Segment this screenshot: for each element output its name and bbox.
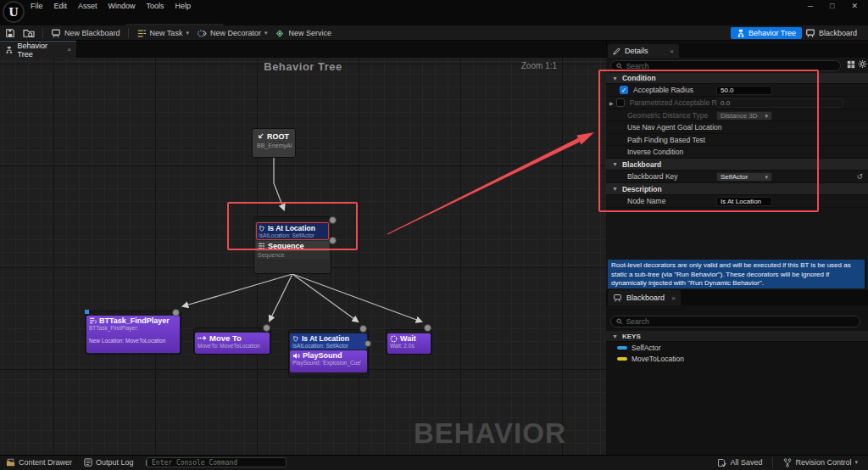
node-is-at-location-playsound[interactable]: Is At Location IsAtLocation: SelfActor P… xyxy=(288,329,369,378)
row-label: Geometric Distance Type xyxy=(627,111,708,120)
behavior-tree-tab-icon xyxy=(5,46,14,54)
playsound-title: PlaySound xyxy=(303,351,342,360)
close-button[interactable]: ✕ xyxy=(851,2,858,10)
blackboard-search[interactable] xyxy=(610,316,860,327)
key-label: MoveToLocation xyxy=(632,355,684,363)
blackboard-tab[interactable]: Blackboard × xyxy=(608,290,681,305)
close-tab-icon[interactable]: × xyxy=(67,46,71,53)
new-decorator-button[interactable]: New Decorator ▾ xyxy=(197,29,268,38)
toolbar-items: New Blackboard New Task ▾ New Decorator … xyxy=(5,25,331,41)
output-log-label: Output Log xyxy=(96,458,134,467)
toolbar-separator xyxy=(42,28,43,38)
move-to-title: Move To xyxy=(209,333,242,343)
minimize-button[interactable]: ─ xyxy=(808,2,813,10)
console-command-input[interactable] xyxy=(152,459,281,467)
acceptable-radius-checkbox[interactable]: ✓ xyxy=(620,86,628,94)
search-icon xyxy=(616,63,623,70)
display-filter-icon[interactable] xyxy=(847,60,855,69)
node-sequence[interactable]: Is At Location IsAtLocation: SelfActor S… xyxy=(253,216,331,274)
node-bttask-findplayer[interactable]: BTTask_FindPlayer BTTask_FindPlayer: New… xyxy=(85,311,181,355)
maximize-button[interactable]: □ xyxy=(830,2,834,10)
graph-tab-behavior-tree[interactable]: Behavior Tree × xyxy=(0,41,76,58)
node-name-input[interactable]: Is At Location xyxy=(716,197,772,206)
graph-tab-label: Behavior Tree xyxy=(18,42,64,59)
chevron-down-icon: ▾ xyxy=(854,459,858,466)
move-to-pin[interactable] xyxy=(263,324,270,332)
decorator-observer-pin[interactable] xyxy=(364,340,371,347)
blackboard-mode-icon xyxy=(805,28,815,38)
key-selfactor[interactable]: SelfActor xyxy=(617,344,661,352)
decorator-title: Is At Location xyxy=(268,224,315,232)
sequence-decorator-pin[interactable] xyxy=(329,237,337,244)
chevron-down-icon: ▾ xyxy=(264,30,268,36)
decorator-is-at-location[interactable]: Is At Location IsAtLocation: SelfActor xyxy=(290,333,367,350)
output-log-button[interactable]: Output Log xyxy=(84,458,134,467)
browse-folder-icon xyxy=(23,28,35,38)
reset-to-default-icon[interactable]: ↺ xyxy=(856,172,863,181)
playsound-subtitle: PlaySound: 'Explosion_Cue' xyxy=(292,360,364,366)
save-status-icon xyxy=(717,458,726,467)
menu-file[interactable]: File xyxy=(31,2,43,10)
save-button[interactable] xyxy=(5,28,15,38)
blackboard-search-input[interactable] xyxy=(626,317,854,326)
row-label: Path Finding Based Test xyxy=(627,136,705,144)
key-movetolocation[interactable]: MoveToLocation xyxy=(617,355,684,363)
move-to-icon xyxy=(198,335,207,341)
content-drawer-button[interactable]: Content Drawer xyxy=(6,458,72,467)
new-task-button[interactable]: New Task ▾ xyxy=(136,29,189,38)
behavior-tree-mode-icon xyxy=(737,29,745,37)
browse-asset-button[interactable] xyxy=(23,28,35,38)
menu-asset[interactable]: Asset xyxy=(78,2,97,10)
blackboard-mode-button[interactable]: Blackboard xyxy=(805,27,857,39)
section-label: Description xyxy=(622,185,662,193)
close-tab-icon[interactable]: × xyxy=(671,294,676,302)
menu-help[interactable]: Help xyxy=(175,2,192,10)
menu-window[interactable]: Window xyxy=(108,2,136,10)
param-acceptable-radius-input[interactable]: 0.0 xyxy=(716,98,843,108)
section-condition[interactable]: ▼ Condition xyxy=(606,73,868,84)
findplayer-pin[interactable] xyxy=(172,309,180,316)
keys-section-header[interactable]: ▼ KEYS xyxy=(606,331,868,342)
details-search[interactable] xyxy=(610,60,841,71)
new-service-button[interactable]: New Service xyxy=(275,29,331,38)
details-search-input[interactable] xyxy=(626,62,835,70)
blackboard-tab-icon xyxy=(613,294,622,302)
wait-icon xyxy=(390,335,398,343)
details-tab[interactable]: Details × xyxy=(608,44,679,58)
param-acceptable-radius-checkbox[interactable] xyxy=(616,98,625,107)
is-at-location-pin[interactable] xyxy=(359,325,367,333)
sequence-pin-top[interactable] xyxy=(329,216,337,224)
root-subtitle: BB_EnemyAI xyxy=(253,141,295,148)
new-decorator-icon xyxy=(197,29,207,38)
section-blackboard[interactable]: ▼ Blackboard xyxy=(606,159,868,171)
behavior-tree-graph-canvas[interactable]: Behavior Tree Zoom 1:1 BEHAVIOR TREE RO xyxy=(0,58,606,455)
decorator-is-at-location-selected[interactable]: Is At Location IsAtLocation: SelfActor xyxy=(256,222,329,240)
node-wait[interactable]: Wait Wait: 2.0s xyxy=(386,329,432,355)
settings-gear-icon[interactable] xyxy=(858,59,867,69)
all-saved-indicator[interactable]: All Saved xyxy=(717,458,762,467)
unreal-logo-icon[interactable]: U xyxy=(3,1,25,23)
behavior-tree-mode-button[interactable]: Behavior Tree xyxy=(731,27,802,39)
task-icon xyxy=(89,317,97,324)
new-service-label: New Service xyxy=(288,29,331,37)
chevron-down-icon: ▾ xyxy=(765,113,768,120)
move-to-subtitle: MoveTo: MoveToLocation xyxy=(198,343,267,349)
blackboard-key-dropdown[interactable]: SelfActor ▾ xyxy=(716,172,772,182)
revision-control-button[interactable]: Revision Control ▾ xyxy=(783,458,858,467)
expander-right-icon[interactable]: ▶ xyxy=(609,100,614,106)
close-tab-icon[interactable]: × xyxy=(670,48,674,55)
row-label: Use Nav Agent Goal Location xyxy=(627,123,722,131)
wait-pin[interactable] xyxy=(424,324,431,332)
node-move-to[interactable]: Move To MoveTo: MoveToLocation xyxy=(193,327,271,355)
menu-tools[interactable]: Tools xyxy=(147,2,164,10)
node-root[interactable]: ROOT BB_EnemyAI xyxy=(252,128,296,158)
menu-edit[interactable]: Edit xyxy=(54,2,68,10)
new-blackboard-button[interactable]: New Blackboard xyxy=(51,28,120,38)
section-description[interactable]: ▼ Description xyxy=(606,183,868,195)
row-label: Acceptable Radius xyxy=(633,86,693,94)
row-path-finding: Path Finding Based Test xyxy=(606,134,868,146)
acceptable-radius-input[interactable]: 50.0 xyxy=(716,86,772,95)
caret-down-icon: ▼ xyxy=(612,333,618,339)
geometric-distance-type-dropdown[interactable]: Distance 3D ▾ xyxy=(716,111,772,120)
console-command-box[interactable] xyxy=(147,457,287,467)
